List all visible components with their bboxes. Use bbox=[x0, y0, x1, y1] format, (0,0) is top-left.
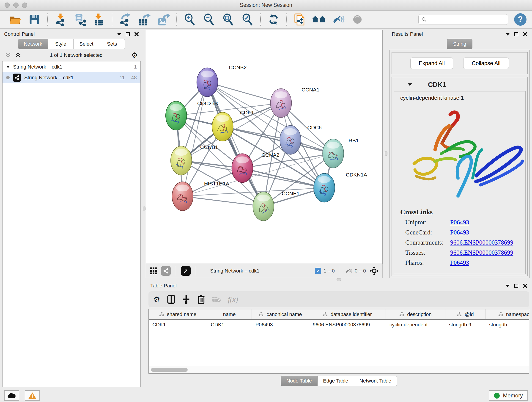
zoom-out-button[interactable] bbox=[199, 12, 219, 27]
node-RB1[interactable]: RB1 bbox=[323, 138, 359, 168]
tab-style[interactable]: Style bbox=[48, 39, 74, 49]
string-home-button[interactable] bbox=[309, 12, 329, 27]
column-header--id[interactable]: @id bbox=[445, 309, 486, 319]
save-session-button[interactable] bbox=[25, 12, 44, 27]
expand-all-button[interactable]: Expand All bbox=[410, 57, 453, 69]
close-window-button[interactable] bbox=[5, 2, 10, 8]
column-header-description[interactable]: description bbox=[386, 309, 445, 319]
import-table-button[interactable] bbox=[89, 12, 109, 27]
tab-network[interactable]: Network bbox=[18, 39, 48, 49]
crosslink-link[interactable]: 9606.ENSP00000378699 bbox=[450, 239, 513, 246]
panel-menu-icon[interactable] bbox=[506, 33, 510, 36]
close-panel-icon[interactable] bbox=[523, 32, 527, 36]
edge-HIST1H1A-CCNE1[interactable] bbox=[183, 196, 264, 206]
tab-select[interactable]: Select bbox=[74, 39, 99, 49]
node-CDC6[interactable]: CDC6 bbox=[280, 124, 322, 154]
expand-all-icon[interactable] bbox=[15, 52, 21, 58]
tab-sets[interactable]: Sets bbox=[99, 39, 125, 49]
collection-disclosure-icon[interactable] bbox=[6, 66, 10, 68]
delete-column-trash-icon[interactable] bbox=[197, 295, 205, 304]
column-header-name[interactable]: name bbox=[207, 309, 252, 319]
table-cell: CDK1 bbox=[207, 322, 252, 328]
collapse-all-icon[interactable] bbox=[5, 52, 11, 58]
table-row[interactable]: CDK1CDK1P064939606.ENSP00000378699cyclin… bbox=[149, 320, 529, 330]
help-button[interactable]: ? bbox=[514, 13, 526, 26]
crosslink-link[interactable]: P06493 bbox=[450, 229, 469, 236]
export-image-button[interactable] bbox=[154, 12, 173, 27]
memory-button[interactable]: Memory bbox=[489, 390, 528, 401]
network-current-dot bbox=[6, 76, 10, 79]
float-panel-icon[interactable] bbox=[126, 32, 130, 36]
zoom-fit-button[interactable] bbox=[219, 12, 238, 27]
network-graph[interactable]: CCNB2CCNA1CDC25BCDK1CDC6RB1CCNB1CCNA2CDK… bbox=[146, 30, 382, 264]
table-horizontal-scrollbar[interactable] bbox=[151, 368, 188, 372]
selected-checkbox-icon[interactable] bbox=[315, 268, 321, 274]
table-scroll-track[interactable] bbox=[149, 366, 529, 373]
zoom-in-button[interactable] bbox=[180, 12, 199, 27]
node-HIST1H1A[interactable]: HIST1H1A bbox=[172, 181, 229, 211]
panel-menu-icon[interactable] bbox=[117, 33, 121, 36]
table-settings-gear-icon[interactable]: ⚙ bbox=[153, 296, 160, 303]
crosslink-link[interactable]: P06493 bbox=[450, 259, 469, 266]
column-header-shared-name[interactable]: shared name bbox=[149, 309, 207, 319]
export-network-button[interactable] bbox=[115, 12, 135, 27]
zoom-selected-icon bbox=[241, 13, 254, 26]
tab-string[interactable]: String bbox=[447, 39, 472, 49]
tab-network-table[interactable]: Network Table bbox=[354, 376, 397, 386]
vertical-splitter-right[interactable] bbox=[383, 29, 389, 278]
tab-node-table[interactable]: Node Table bbox=[281, 376, 317, 386]
float-panel-icon[interactable] bbox=[514, 284, 518, 288]
edge-CCNB2-HIST1H1A[interactable] bbox=[183, 82, 207, 196]
crosslink-link[interactable]: 9606.ENSP00000378699 bbox=[450, 249, 513, 256]
search-input[interactable] bbox=[429, 17, 505, 22]
crosslink-link[interactable]: P06493 bbox=[450, 219, 469, 226]
minimize-window-button[interactable] bbox=[13, 2, 19, 8]
float-panel-icon[interactable] bbox=[514, 32, 518, 36]
grid-view-icon[interactable] bbox=[150, 267, 157, 275]
horizontal-splitter[interactable] bbox=[146, 278, 532, 281]
network-options-gear-icon[interactable]: ⚙ bbox=[131, 51, 138, 59]
add-column-icon[interactable] bbox=[182, 295, 190, 304]
hide-glass-button[interactable] bbox=[329, 12, 348, 27]
network-collection-row[interactable]: String Network – cdk1 1 bbox=[2, 61, 140, 72]
panel-menu-icon[interactable] bbox=[506, 285, 510, 287]
zoom-selected-button[interactable] bbox=[238, 12, 257, 27]
network-share-icon[interactable] bbox=[161, 266, 171, 276]
node-CCNB2[interactable]: CCNB2 bbox=[197, 64, 247, 97]
network-node-count: 11 bbox=[120, 75, 125, 81]
string-query-button[interactable] bbox=[290, 12, 309, 27]
warning-status-button[interactable] bbox=[25, 390, 40, 401]
node-CDC25B[interactable]: CDC25B bbox=[166, 100, 218, 130]
node-CCNA1[interactable]: CCNA1 bbox=[270, 87, 319, 118]
close-panel-icon[interactable] bbox=[134, 32, 139, 36]
column-header-database-identifier[interactable]: database identifier bbox=[309, 309, 386, 319]
network-canvas[interactable]: CCNB2CCNA1CDC25BCDK1CDC6RB1CCNB1CCNA2CDK… bbox=[146, 30, 383, 264]
fit-crosshair-icon[interactable] bbox=[370, 266, 379, 275]
toolbar-search[interactable] bbox=[418, 14, 508, 25]
vertical-splitter-left[interactable] bbox=[143, 29, 146, 389]
collapse-all-button[interactable]: Collapse All bbox=[463, 57, 509, 69]
search-icon bbox=[421, 17, 427, 22]
open-in-new-icon[interactable] bbox=[181, 266, 191, 276]
import-network-file-button[interactable] bbox=[51, 12, 70, 27]
close-panel-icon[interactable] bbox=[523, 283, 527, 288]
node-CDK1[interactable]: CDK1 bbox=[212, 109, 254, 141]
node-table[interactable]: shared namenamecanonical namedatabase id… bbox=[148, 309, 529, 374]
cloud-status-button[interactable] bbox=[4, 390, 19, 401]
network-row[interactable]: String Network – cdk1 11 48 bbox=[2, 72, 140, 83]
zoom-window-button[interactable] bbox=[22, 2, 27, 8]
entry-disclosure-icon[interactable] bbox=[408, 83, 412, 86]
tab-edge-table[interactable]: Edge Table bbox=[317, 376, 354, 386]
open-session-button[interactable] bbox=[6, 12, 25, 27]
export-table-button[interactable] bbox=[135, 12, 154, 27]
node-CDKN1A[interactable]: CDKN1A bbox=[314, 172, 367, 202]
edge-CDK1-RB1[interactable] bbox=[223, 127, 333, 153]
apply-layout-button[interactable] bbox=[264, 12, 283, 27]
column-header-namespace[interactable]: namespace bbox=[486, 309, 529, 319]
show-columns-icon[interactable] bbox=[167, 295, 175, 304]
import-network-database-button[interactable] bbox=[70, 12, 89, 27]
export-image-icon bbox=[157, 13, 170, 26]
column-header-canonical-name[interactable]: canonical name bbox=[252, 309, 309, 319]
node-CCNE1[interactable]: CCNE1 bbox=[253, 191, 300, 221]
eye-button[interactable] bbox=[348, 12, 367, 27]
